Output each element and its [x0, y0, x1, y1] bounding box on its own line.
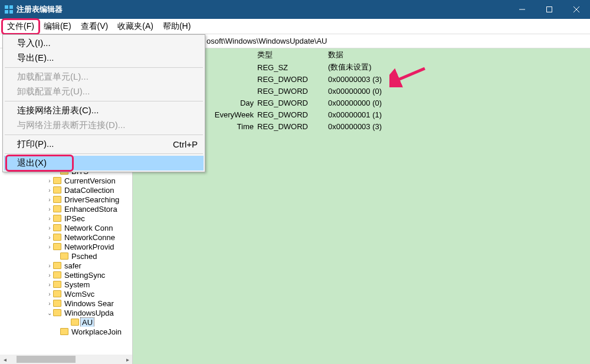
tree-item[interactable]: ›DataCollection	[0, 185, 124, 195]
menu-separator	[5, 67, 203, 68]
cell-type: REG_DWORD	[254, 110, 324, 119]
tree-item[interactable]: Psched	[0, 251, 124, 261]
maximize-button[interactable]	[536, 0, 563, 19]
folder-icon	[53, 205, 61, 212]
svg-rect-2	[5, 10, 8, 14]
tree-item-label: WorkplaceJoin	[70, 327, 123, 336]
expander-icon[interactable]: ›	[46, 196, 53, 203]
tree-item-label: Network Conn	[63, 224, 114, 232]
folder-icon	[53, 300, 61, 307]
cell-data: 0x00000001 (1)	[324, 110, 590, 119]
cell-data: 0x00000003 (3)	[324, 75, 590, 84]
menu-item-6[interactable]: 连接网络注册表(C)...	[4, 103, 204, 118]
menubar: 文件(F) 编辑(E) 查看(V) 收藏夹(A) 帮助(H)	[0, 19, 590, 34]
menu-item-11[interactable]: 退出(X)	[4, 156, 204, 170]
col-header-data[interactable]: 数据	[324, 48, 590, 61]
folder-icon	[53, 186, 61, 194]
menu-favorites[interactable]: 收藏夹(A)	[113, 19, 158, 34]
tree-item[interactable]: ›WcmSvc	[0, 289, 124, 299]
tree-item-label: IPSec	[63, 214, 86, 223]
scroll-right-arrow-icon[interactable]: ▸	[123, 355, 132, 364]
folder-icon	[53, 196, 61, 203]
tree-item[interactable]: ›System	[0, 280, 124, 289]
tree-item-label: SettingSync	[63, 271, 106, 280]
scroll-left-arrow-icon[interactable]: ◂	[0, 355, 9, 364]
tree-item-label: WindowsUpda	[63, 309, 115, 317]
folder-icon	[53, 309, 61, 316]
menu-item-1[interactable]: 导出(E)...	[4, 51, 204, 65]
tree-item[interactable]: AU	[0, 317, 124, 327]
tree-item-label: CurrentVersion	[63, 176, 117, 185]
menu-item-4: 卸载配置单元(U)...	[4, 84, 204, 99]
expander-icon[interactable]: ›	[46, 178, 53, 184]
expander-icon[interactable]: ›	[46, 300, 53, 307]
expander-icon[interactable]: ›	[46, 281, 53, 288]
tree-item-label: NetworkConne	[63, 233, 116, 242]
menu-separator	[5, 101, 203, 101]
menu-edit[interactable]: 编辑(E)	[39, 19, 76, 34]
tree-item[interactable]: ›IPSec	[0, 214, 124, 223]
menu-item-9[interactable]: 打印(P)...Ctrl+P	[4, 137, 204, 152]
tree-item[interactable]: ›NetworkProvid	[0, 242, 124, 251]
menu-item-label: 打印(P)...	[17, 139, 173, 150]
scrollbar-thumb[interactable]	[17, 356, 76, 363]
menu-view[interactable]: 查看(V)	[76, 19, 113, 34]
expander-icon[interactable]: ›	[46, 206, 53, 212]
folder-icon	[53, 224, 61, 231]
app-icon	[5, 5, 13, 14]
tree-item-label: NetworkProvid	[63, 242, 116, 251]
tree-item[interactable]: ›safer	[0, 261, 124, 270]
tree-item[interactable]: ›SettingSync	[0, 270, 124, 280]
address-path: osoft\Windows\WindowsUpdate\AU	[206, 37, 327, 45]
cell-type: REG_DWORD	[254, 87, 324, 96]
menu-file[interactable]: 文件(F)	[2, 19, 39, 34]
tree-item-label: safer	[63, 261, 83, 270]
svg-rect-0	[5, 5, 8, 9]
folder-icon	[53, 243, 61, 250]
expander-icon[interactable]: ›	[46, 215, 53, 222]
expander-icon[interactable]: ›	[46, 244, 53, 250]
folder-icon	[53, 177, 61, 184]
tree-item-label: WcmSvc	[63, 290, 96, 299]
svg-rect-3	[9, 10, 13, 14]
minimize-button[interactable]	[509, 0, 536, 19]
tree-item[interactable]: ›Network Conn	[0, 223, 124, 232]
menu-separator	[5, 135, 203, 135]
tree-item-label: System	[63, 280, 91, 289]
expander-icon[interactable]: ›	[46, 187, 53, 194]
cell-type: REG_SZ	[254, 63, 324, 72]
tree-item[interactable]: ›Windows Sear	[0, 299, 124, 308]
menu-item-label: 加载配置单元(L)...	[17, 71, 198, 83]
horizontal-scrollbar[interactable]: ◂ ▸	[0, 355, 132, 364]
close-button[interactable]	[563, 0, 590, 19]
expander-icon[interactable]: ›	[46, 272, 53, 278]
menu-item-label: 导出(E)...	[17, 53, 198, 64]
tree-item[interactable]: ›EnhancedStora	[0, 204, 124, 214]
folder-icon	[53, 271, 61, 278]
col-header-type[interactable]: 类型	[254, 48, 324, 61]
cell-data: 0x00000000 (0)	[324, 87, 590, 96]
expander-icon[interactable]: ›	[46, 291, 53, 297]
expander-icon[interactable]: ⌄	[46, 310, 53, 316]
tree-item[interactable]: ›CurrentVersion	[0, 176, 124, 185]
expander-icon[interactable]: ›	[46, 234, 53, 241]
tree-item[interactable]: ⌄WindowsUpda	[0, 308, 124, 317]
menu-item-0[interactable]: 导入(I)...	[4, 36, 204, 51]
expander-icon[interactable]: ›	[46, 263, 53, 269]
tree-item-label: DataCollection	[63, 186, 116, 195]
menu-item-label: 连接网络注册表(C)...	[17, 105, 198, 116]
file-dropdown-menu: 导入(I)...导出(E)...加载配置单元(L)...卸载配置单元(U)...…	[2, 34, 205, 172]
tree-item-label: DriverSearching	[63, 195, 120, 204]
expander-icon[interactable]: ›	[46, 225, 53, 231]
tree-item[interactable]: ›DriverSearching	[0, 195, 124, 204]
menu-item-label: 退出(X)	[17, 158, 198, 169]
folder-icon	[53, 234, 61, 241]
menu-help[interactable]: 帮助(H)	[158, 19, 195, 34]
tree-item[interactable]: WorkplaceJoin	[0, 327, 124, 336]
tree-item-label: AU	[81, 318, 94, 327]
folder-icon	[53, 215, 61, 222]
folder-icon	[53, 262, 61, 269]
folder-icon	[53, 281, 61, 288]
tree-item-label: Windows Sear	[63, 299, 115, 308]
tree-item[interactable]: ›NetworkConne	[0, 232, 124, 242]
